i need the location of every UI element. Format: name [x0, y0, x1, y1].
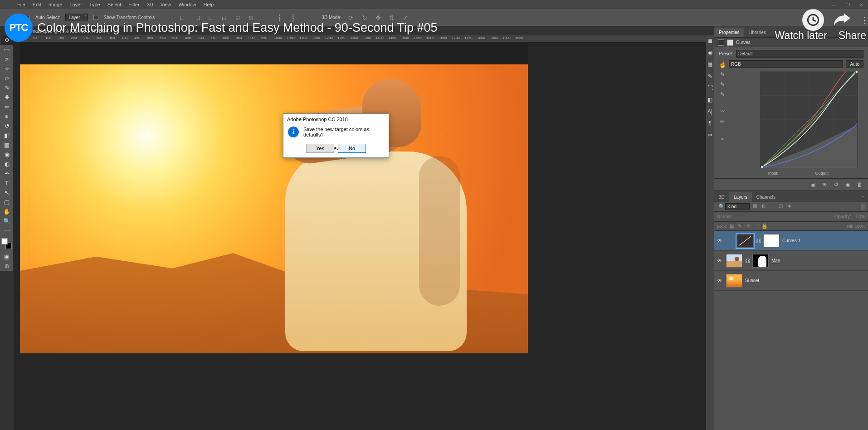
channel-dropdown[interactable]: RGB — [729, 60, 843, 68]
visibility-toggle[interactable]: 👁 — [717, 258, 723, 264]
maximize-button[interactable]: ❐ — [841, 0, 854, 9]
mask-thumb[interactable] — [752, 254, 769, 268]
layer-name[interactable]: Curves 1 — [782, 238, 865, 243]
reset-icon[interactable]: ↺ — [833, 181, 840, 188]
auto-button[interactable]: Auto — [846, 60, 863, 68]
tab-properties[interactable]: Properties — [714, 28, 744, 37]
hand-tool[interactable]: ✋ — [0, 207, 13, 216]
layer-thumb[interactable] — [726, 274, 742, 288]
clone-stamp-tool[interactable]: ⎈ — [0, 112, 13, 121]
menu-edit[interactable]: Edit — [29, 2, 45, 7]
opacity-value[interactable]: 100% — [853, 214, 865, 219]
spot-heal-tool[interactable]: ✚ — [0, 93, 13, 102]
link-icon[interactable]: ⛓ — [756, 238, 761, 244]
crop-tool[interactable]: ⟃ — [0, 73, 13, 83]
tab-3d[interactable]: 3D — [714, 192, 729, 202]
quick-mask-tool[interactable]: ▣ — [0, 252, 13, 261]
clip-to-layer-icon[interactable]: ▣ — [809, 181, 816, 188]
menu-view[interactable]: View — [157, 2, 175, 7]
blend-mode-dropdown[interactable]: Normal — [717, 214, 758, 219]
filter-smart-icon[interactable]: ◈ — [786, 203, 793, 210]
lock-pixels-icon[interactable]: ✎ — [737, 223, 743, 229]
menu-filter[interactable]: Filter — [125, 2, 143, 7]
color-panel-icon[interactable]: ◉ — [707, 49, 714, 56]
toggle-visibility-icon[interactable]: 👁 — [821, 181, 828, 188]
panel-menu-icon[interactable]: ≡ — [858, 192, 868, 202]
filter-toggle[interactable] — [861, 204, 865, 210]
history-brush-tool[interactable]: ↺ — [0, 121, 13, 131]
more-tools[interactable]: ⋯ — [0, 226, 13, 235]
menu-window[interactable]: Window — [175, 2, 200, 7]
menu-help[interactable]: Help — [200, 2, 218, 7]
character-panel-icon[interactable]: A| — [707, 108, 714, 115]
curve-draw-icon[interactable]: ✏ — [719, 118, 726, 125]
path-select-tool[interactable]: ↖ — [0, 188, 13, 197]
tab-libraries[interactable]: Libraries — [744, 28, 770, 37]
filter-pixel-icon[interactable]: ▦ — [751, 203, 758, 210]
styles-panel-icon[interactable]: ◧ — [707, 96, 714, 103]
yes-button[interactable]: Yes — [306, 144, 334, 153]
screen-mode-tool[interactable]: ⎚ — [0, 261, 13, 271]
black-sampler-icon[interactable]: ✎ — [719, 71, 726, 78]
curve-smooth-icon[interactable]: ⌁ — [719, 135, 726, 142]
eyedropper-tool[interactable]: ✎ — [0, 83, 13, 93]
view-previous-icon[interactable]: ◉ — [844, 181, 852, 188]
fill-value[interactable]: 100% — [855, 224, 865, 229]
menu-image[interactable]: Image — [45, 2, 66, 7]
curve-edit-icon[interactable]: 〰 — [719, 108, 726, 115]
lasso-tool[interactable]: ⌾ — [0, 54, 13, 64]
history-panel-icon[interactable]: ≣ — [707, 37, 714, 44]
lock-all-icon[interactable]: 🔒 — [761, 223, 768, 229]
foreground-color[interactable] — [1, 238, 8, 244]
lock-position-icon[interactable]: ✥ — [745, 223, 751, 229]
white-sampler-icon[interactable]: ✎ — [719, 91, 726, 98]
type-tool[interactable]: T — [0, 178, 13, 188]
tab-channels[interactable]: Channels — [752, 192, 780, 202]
filter-shape-icon[interactable]: ▢ — [777, 203, 784, 210]
lock-artboard-icon[interactable]: ⬚ — [753, 223, 760, 229]
brush-settings-icon[interactable]: ⛶ — [707, 84, 714, 92]
blur-tool[interactable]: ◉ — [0, 150, 13, 159]
layer-name[interactable]: Man — [771, 258, 865, 263]
link-icon[interactable]: ⛓ — [745, 258, 750, 264]
tab-layers[interactable]: Layers — [729, 192, 752, 202]
channel-logo[interactable]: PTC — [5, 14, 33, 42]
share-icon[interactable] — [832, 10, 852, 30]
magic-wand-tool[interactable]: ✧ — [0, 64, 13, 73]
menu-layer[interactable]: Layer — [66, 2, 86, 7]
zoom-tool[interactable]: 🔍 — [0, 216, 13, 226]
paragraph-panel-icon[interactable]: ¶ — [707, 120, 714, 127]
gradient-tool[interactable]: ▦ — [0, 140, 13, 150]
layer-row-sunset[interactable]: 👁 Sunset — [714, 271, 868, 291]
target-adjust-icon[interactable]: ☝ — [719, 61, 726, 68]
more-icon[interactable]: ⋮ — [860, 15, 866, 25]
minimize-button[interactable]: — — [827, 0, 841, 9]
filter-type-icon[interactable]: T — [769, 203, 775, 210]
visibility-toggle[interactable]: 👁 — [717, 238, 723, 244]
preset-dropdown[interactable]: Default — [736, 50, 863, 58]
swatches-panel-icon[interactable]: ▦ — [707, 61, 714, 68]
marquee-tool[interactable]: ▭ — [0, 45, 13, 54]
color-swatch[interactable] — [1, 238, 12, 249]
layer-name[interactable]: Sunset — [745, 278, 865, 283]
filter-adjust-icon[interactable]: ◐ — [760, 203, 767, 210]
layer-filter-kind[interactable]: Kind — [725, 203, 750, 210]
menu-file[interactable]: File — [14, 2, 29, 7]
canvas[interactable] — [20, 43, 528, 353]
menu-select[interactable]: Select — [104, 2, 125, 7]
close-button[interactable]: ✕ — [854, 0, 868, 9]
layer-row-curves[interactable]: 👁 ⛓ Curves 1 — [714, 231, 868, 251]
layer-row-man[interactable]: 👁 ⛓ Man — [714, 251, 868, 271]
shape-tool[interactable]: ▢ — [0, 197, 13, 207]
brushes-panel-icon[interactable]: ✎ — [707, 73, 714, 80]
gray-sampler-icon[interactable]: ✎ — [719, 81, 726, 88]
menu-type[interactable]: Type — [86, 2, 104, 7]
brush-tool[interactable]: ✏ — [0, 102, 13, 112]
no-button[interactable]: No — [338, 144, 366, 153]
visibility-toggle[interactable]: 👁 — [717, 278, 723, 284]
layer-thumb[interactable] — [726, 254, 742, 268]
mask-thumb[interactable] — [763, 234, 780, 248]
pen-tool[interactable]: ✒ — [0, 169, 13, 178]
dodge-tool[interactable]: ◐ — [0, 159, 13, 169]
eraser-tool[interactable]: ◧ — [0, 131, 13, 140]
